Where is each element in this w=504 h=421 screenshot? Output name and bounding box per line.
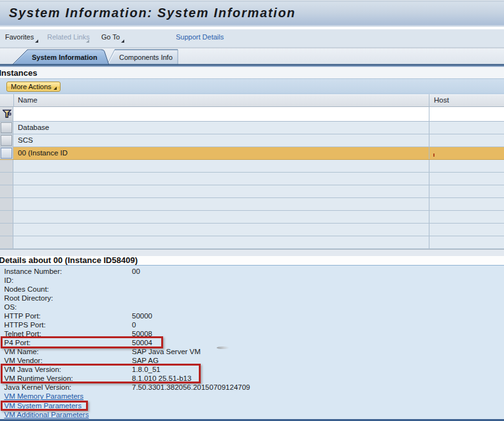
svg-text:System Information: System Information: [32, 54, 97, 61]
svg-text:Components Info: Components Info: [119, 54, 173, 61]
